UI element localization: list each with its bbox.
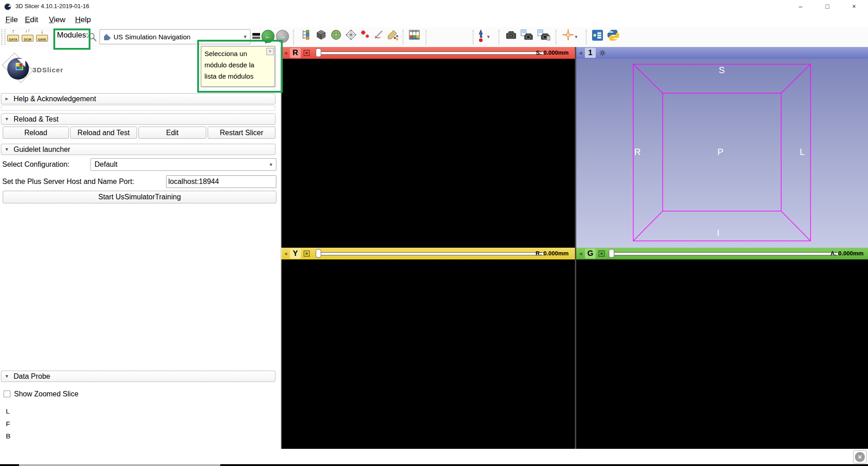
annotations-module-icon[interactable] [373, 29, 384, 41]
spin-view-icon[interactable] [599, 50, 606, 56]
arrow-down-icon: ↓ [36, 28, 48, 35]
red-slice-label: R [290, 48, 301, 58]
scene-view-restore-icon[interactable] [537, 29, 550, 41]
markups-module-icon[interactable] [360, 29, 370, 41]
chevron-down-icon[interactable]: ▾ [487, 34, 490, 40]
green-slice-slider-handle[interactable] [609, 249, 614, 258]
yellow-slice-offset-value: R: 0.000mm [536, 248, 569, 259]
menu-view[interactable]: View [47, 13, 68, 27]
reload-and-test-button[interactable]: Reload and Test [70, 127, 137, 139]
error-log-button[interactable]: × [853, 450, 867, 464]
pushpin-icon[interactable]: ◄ [283, 248, 288, 259]
plus-server-label: Set the Plus Server Host and Name Port: [2, 175, 134, 188]
slice-visibility-icon[interactable] [304, 50, 310, 56]
data-module-icon[interactable] [301, 29, 312, 41]
models-module-icon[interactable] [330, 29, 342, 41]
green-slice-controller-bar: ◄ G A: 0.000mm [576, 248, 868, 259]
view3d-view[interactable]: S R P L I [576, 59, 868, 248]
configuration-combobox[interactable]: Default ▾ [90, 158, 276, 171]
tooltip-close-icon[interactable]: × [266, 48, 274, 55]
screenshot-icon[interactable] [505, 29, 517, 41]
green-slice-view[interactable] [576, 259, 868, 449]
pushpin-icon[interactable]: ◄ [578, 47, 583, 59]
section-reload-test[interactable]: ▾ Reload & Test [1, 113, 275, 125]
restart-slicer-button[interactable]: Restart Slicer [208, 127, 275, 139]
volumes-module-icon[interactable] [315, 29, 327, 41]
taskbar-edge-dark [0, 464, 19, 466]
yellow-slice-slider[interactable] [316, 252, 545, 255]
mouse-interaction-mode-icon[interactable] [476, 29, 485, 42]
chevron-down-icon[interactable]: ▾ [575, 34, 578, 40]
toolbar-separator [498, 30, 499, 44]
red-slice-slider-handle[interactable] [316, 48, 321, 57]
maximize-button[interactable]: □ [817, 0, 838, 13]
view3d-controller-bar: ◄ 1 [576, 47, 868, 59]
editor-module-icon[interactable] [387, 29, 398, 41]
tooltip-line: módulo desde la [204, 59, 273, 71]
collapsed-section-strip [1, 105, 275, 111]
slicer-logo: 3DSlicer [2, 53, 83, 89]
layout-selector-icon[interactable] [408, 29, 420, 42]
green-slice-slider[interactable] [609, 252, 839, 255]
expanded-triangle-icon: ▾ [5, 114, 8, 124]
app-logo-icon [4, 2, 12, 10]
extensions-manager-icon[interactable] [592, 29, 603, 42]
save-button[interactable]: ↓ SAVE [36, 28, 48, 43]
title-bar: 3D Slicer 4.10.1-2019-01-16 – □ × [0, 0, 868, 13]
arrow-up-icon: ↑ [7, 28, 19, 35]
menu-file[interactable]: File [3, 13, 20, 27]
slicer-window: 3D Slicer 4.10.1-2019-01-16 – □ × File E… [0, 0, 868, 466]
reload-button[interactable]: Reload [3, 127, 69, 139]
load-data-button[interactable]: ↑ DATA [7, 28, 19, 43]
red-slice-offset-value: S: 0.000mm [536, 47, 569, 59]
view3d-label: 1 [585, 48, 596, 58]
crosshair-icon[interactable] [562, 29, 574, 41]
section-data-probe[interactable]: ▾ Data Probe [1, 371, 275, 382]
logo-grid [16, 63, 23, 70]
select-configuration-label: Select Configuration: [2, 158, 70, 171]
save-label: SAVE [36, 38, 48, 41]
red-slice-view[interactable] [281, 59, 575, 248]
status-bar: × [0, 449, 868, 466]
annotation-box-modules [53, 28, 90, 50]
viewport-splitter[interactable] [575, 47, 576, 449]
python-console-icon[interactable] [607, 29, 620, 42]
yellow-slice-slider-handle[interactable] [316, 249, 321, 258]
section-help-acknowledgement[interactable]: ▸ Help & Acknowledgement [1, 93, 275, 104]
pushpin-icon[interactable]: ◄ [578, 248, 583, 259]
close-circle-icon: × [855, 452, 865, 462]
plus-server-input[interactable] [166, 175, 276, 188]
probe-row-l: L [6, 407, 9, 415]
toolbar-separator [426, 30, 427, 44]
dicom-button[interactable]: ↓↑ DCM [22, 28, 33, 43]
orientation-label-right: R [634, 147, 640, 157]
configuration-value: Default [95, 160, 118, 168]
probe-row-f: F [6, 420, 10, 428]
start-ussimulatortraining-button[interactable]: Start UsSimulatorTraining [3, 191, 276, 203]
close-button[interactable]: × [844, 0, 864, 13]
module-history-button[interactable] [252, 33, 260, 40]
toolbar-separator [403, 30, 403, 44]
toolbar-separator [555, 30, 556, 44]
puzzle-icon [103, 33, 110, 41]
show-zoomed-slice-label: Show Zoomed Slice [14, 388, 78, 400]
chevron-down-icon: ▾ [270, 159, 272, 170]
edit-button[interactable]: Edit [138, 127, 206, 139]
transforms-module-icon[interactable] [345, 29, 357, 41]
slice-visibility-icon[interactable] [598, 250, 605, 257]
minimize-button[interactable]: – [790, 0, 811, 13]
slice-visibility-icon[interactable] [304, 250, 310, 257]
red-slice-controller-bar: ◄ R S: 0.000mm [281, 47, 575, 59]
yellow-slice-view[interactable] [281, 259, 575, 449]
section-guidelet-launcher[interactable]: ▾ Guidelet launcher [1, 144, 275, 155]
menu-edit[interactable]: Edit [23, 13, 40, 27]
red-slice-slider[interactable] [316, 52, 545, 55]
section-label: Data Probe [14, 372, 50, 380]
scene-view-capture-icon[interactable] [520, 29, 534, 41]
pushpin-icon[interactable]: ◄ [283, 47, 288, 59]
show-zoomed-slice-checkbox[interactable] [4, 391, 10, 397]
toolbar-separator [293, 30, 294, 44]
menu-help[interactable]: Help [73, 13, 93, 27]
toolbar-grip[interactable] [1, 29, 5, 45]
taskbar-edge-dark [220, 464, 868, 466]
